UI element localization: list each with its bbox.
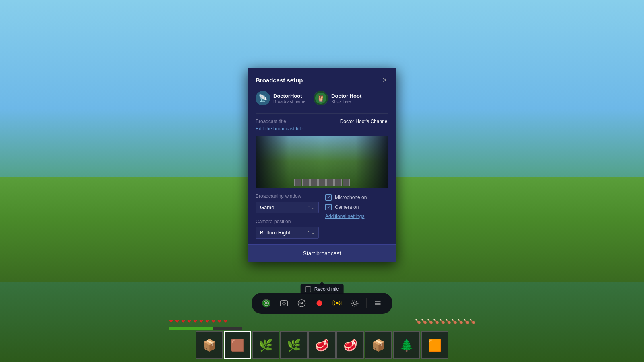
settings-icon — [351, 299, 359, 308]
dialog-header: Broadcast setup × — [256, 76, 388, 84]
settings-left: Broadcasting window Game ⌃ ⌄ Camera posi… — [256, 193, 319, 239]
broadcast-icon: 📡 — [256, 91, 270, 105]
svg-point-13 — [317, 300, 322, 306]
hud-slot-7 — [343, 179, 350, 186]
hud-slot-2 — [302, 179, 310, 186]
broadcasting-window-label: Broadcasting window — [256, 193, 319, 199]
svg-point-7 — [265, 302, 268, 304]
start-broadcast-button[interactable]: Start broadcast — [248, 244, 396, 262]
broadcast-account-info: DoctorHoot Broadcast name — [273, 93, 305, 104]
bar-separator — [366, 298, 367, 308]
hud-slot-1 — [294, 179, 301, 186]
rewind-icon — [297, 299, 306, 308]
xbox-button[interactable] — [258, 295, 275, 311]
record-button[interactable] — [312, 295, 328, 311]
hotbar-slot-6: 🥩 — [336, 331, 364, 359]
broadcast-title-label: Broadcast title — [256, 119, 286, 124]
screenshot-icon — [280, 299, 289, 308]
camera-position-label: Camera position — [256, 219, 319, 224]
edit-broadcast-title-link[interactable]: Edit the broadcast title — [256, 126, 388, 132]
broadcast-setup-dialog: Broadcast setup × 📡 DoctorHoot Broadcast… — [248, 68, 396, 262]
hud-slot-6 — [334, 179, 342, 186]
menu-icon — [374, 299, 382, 308]
settings-right: Microphone on Camera on Additional setti… — [325, 193, 388, 219]
hotbar-slot-8: 🌲 — [393, 331, 420, 359]
broadcast-account-name: DoctorHoot — [273, 93, 305, 99]
record-icon — [315, 299, 324, 308]
broadcast-bar-icon — [333, 299, 342, 308]
broadcast-button[interactable] — [329, 295, 345, 311]
hotbar-slot-9: 🟧 — [421, 331, 448, 359]
accounts-row: 📡 DoctorHoot Broadcast name 🦉 — [256, 91, 388, 105]
hotbar-slot-5: 🥩 — [308, 331, 336, 359]
svg-point-14 — [336, 302, 339, 304]
dialog-title: Broadcast setup — [256, 77, 303, 84]
broadcasting-window-arrow: ⌃ ⌄ — [307, 205, 314, 210]
xbox-avatar-icon: 🦉 — [314, 91, 328, 105]
svg-rect-10 — [283, 300, 286, 301]
xbox-logo-icon — [262, 299, 271, 308]
hud-slot-4 — [318, 179, 326, 186]
xbox-game-bar — [252, 293, 392, 314]
broadcast-account-item: 📡 DoctorHoot Broadcast name — [256, 91, 305, 105]
record-mic-checkbox[interactable] — [305, 286, 311, 292]
hotbar-slot-4: 🌿 — [280, 331, 308, 359]
hud-slot-3 — [310, 179, 318, 186]
svg-text:📡: 📡 — [258, 94, 268, 103]
broadcast-title-value: Doctor Hoot's Channel — [340, 119, 388, 124]
xbox-account-item: 🦉 Doctor Hoot Xbox Live — [314, 91, 361, 105]
svg-point-15 — [353, 302, 356, 305]
settings-row: Broadcasting window Game ⌃ ⌄ Camera posi… — [256, 193, 388, 239]
microphone-checkbox-row: Microphone on — [325, 194, 388, 201]
screenshot-button[interactable] — [276, 295, 292, 311]
hotbar-slot-7: 📦 — [365, 331, 392, 359]
broadcasting-window-value: Game — [260, 204, 274, 210]
rewind-button[interactable] — [294, 295, 310, 311]
broadcast-title-row: Broadcast title Doctor Hoot's Channel — [256, 119, 388, 124]
microphone-checkbox[interactable] — [325, 194, 332, 201]
hotbar-slot-2: 🟫 — [224, 331, 251, 359]
broadcast-account-sub: Broadcast name — [273, 99, 305, 104]
hotbar-slot-1: 📦 — [196, 331, 223, 359]
camera-checkbox-row: Camera on — [325, 204, 388, 210]
xbox-avatar: 🦉 — [314, 91, 328, 105]
camera-position-dropdown[interactable]: Bottom Right ⌃ ⌄ — [256, 227, 319, 239]
menu-button[interactable] — [370, 295, 386, 311]
xbox-account-sub: Xbox Live — [331, 99, 361, 104]
xbox-account-info: Doctor Hoot Xbox Live — [331, 93, 361, 104]
xbox-account-name: Doctor Hoot — [331, 93, 361, 99]
preview-crosshair: + — [320, 158, 324, 165]
broadcast-avatar: 📡 — [256, 91, 270, 105]
svg-text:🦉: 🦉 — [317, 95, 325, 102]
camera-position-arrow: ⌃ ⌄ — [307, 230, 314, 235]
svg-point-9 — [283, 302, 285, 305]
broadcasting-window-dropdown[interactable]: Game ⌃ ⌄ — [256, 202, 319, 213]
camera-position-value: Bottom Right — [260, 230, 290, 236]
additional-settings-link[interactable]: Additional settings — [325, 214, 388, 219]
settings-button[interactable] — [347, 295, 363, 311]
hud-slot-5 — [326, 179, 334, 186]
hotbar-slot-3: 🌿 — [252, 331, 279, 359]
camera-label: Camera on — [335, 204, 359, 210]
camera-checkbox[interactable] — [325, 204, 332, 210]
close-button[interactable]: × — [381, 76, 388, 84]
microphone-label: Microphone on — [335, 195, 367, 200]
preview-hud — [294, 179, 350, 186]
hotbar: 📦 🟫 🌿 🌿 🥩 🥩 📦 🌲 🟧 — [0, 318, 644, 362]
broadcast-preview: + — [256, 136, 388, 188]
record-mic-label: Record mic — [314, 286, 339, 292]
divider-1 — [256, 113, 388, 114]
